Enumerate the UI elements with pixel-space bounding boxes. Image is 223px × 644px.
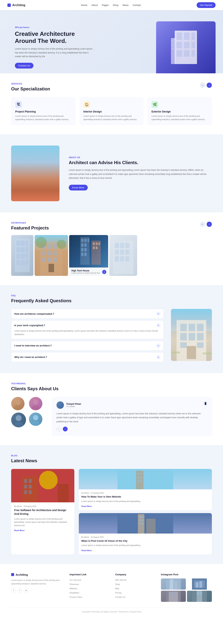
svg-rect-11 [172,40,173,42]
svg-rect-107 [137,480,139,482]
svg-rect-41 [49,264,54,272]
svg-rect-20 [25,240,28,246]
blog-side-image-0 [79,469,212,489]
spec-title: Our Specialization [11,86,50,92]
spec-icon-1: 🏠 [83,101,90,108]
svg-rect-21 [16,247,20,252]
get-started-button[interactable]: Get Started [197,2,215,8]
faq-item-3[interactable]: Why do I need an architect.? + [11,352,163,362]
project-desc-2: Lorem ipsum is simply dummy text [71,272,106,274]
footer-company-contact[interactable]: Contact Us [115,596,125,598]
spec-next-button[interactable]: → [207,82,212,88]
footer-link-disabilities[interactable]: Disabilities [70,592,79,594]
svg-rect-104 [140,473,142,475]
project-card-0 [11,235,34,276]
footer-company-map[interactable]: Map [115,588,119,590]
svg-rect-124 [199,581,202,588]
nav-about[interactable]: About [91,4,98,6]
svg-rect-35 [42,251,46,256]
spec-prev-button[interactable]: ← [200,82,205,88]
svg-rect-48 [81,244,83,247]
footer-link-showcase[interactable]: Showcase [70,583,79,585]
spec-label: Services [11,82,50,85]
blog-side-read-more-0[interactable]: Read More [81,505,92,507]
faq-toggle-2: + [156,344,160,348]
footer-company: Company Who We Are Shop Map Pricing Cont… [115,573,153,602]
svg-rect-56 [96,242,98,245]
testimonial-avatars [11,397,45,427]
footer-company-pricing[interactable]: Pricing [115,592,122,594]
footer-link-services[interactable]: Our Services [70,579,81,581]
social-facebook[interactable]: f [11,588,16,593]
svg-rect-29 [25,260,28,265]
blog-main-content: By Admin 19 August 2020 Free Software fo… [11,502,74,535]
about-content: About Us Architect can Advise His Client… [69,156,212,190]
blog-main-read-more[interactable]: Read More [14,529,25,532]
logo: Architing [8,4,25,7]
phone-icon: 📱 [203,401,207,406]
nav-home[interactable]: Home [81,4,87,6]
hero-cta-button[interactable]: Contact Us [15,63,34,68]
logo-icon [8,4,11,7]
spec-card-title-2: Exterior Design [151,110,208,113]
testimonial-prev-button[interactable]: ← [57,426,61,432]
svg-rect-40 [53,257,57,262]
testimonial-user-avatar [57,401,64,409]
avatar-1 [11,397,25,410]
nav-shop[interactable]: Shop [113,4,118,6]
instagram-post-1[interactable] [161,578,186,590]
svg-rect-95 [29,479,32,483]
svg-rect-79 [197,342,203,348]
faq-list: How are architects compensated.? + Is yo… [11,309,163,364]
footer-link-privacy[interactable]: Privacy Policy [70,596,82,598]
svg-point-87 [16,415,22,421]
testimonial-card: Tutayel Khan UI Leader 📱 Lorem ipsum is … [52,397,212,436]
instagram-post-4[interactable] [187,591,212,602]
blog-side-read-more-1[interactable]: Read More [81,549,92,552]
featured-header: Advantages Featured Projects ← → [11,222,212,230]
svg-rect-103 [137,473,139,475]
hero-image [93,21,215,73]
footer-company-who[interactable]: Who We Are [115,579,127,581]
instagram-post-3[interactable] [161,591,186,602]
footer-copyright: Copyright ©Architing all rights reserved… [11,608,212,613]
nav-pages[interactable]: Pages [102,4,109,6]
svg-rect-96 [24,485,27,488]
spec-cards: 🏗 Project Planning Lorem ipsum is simply… [11,97,212,125]
social-icons: f t in [11,588,62,593]
featured-next-button[interactable]: → [207,222,212,227]
svg-rect-59 [96,246,98,249]
blog-main-meta: By Admin 19 August 2020 [14,505,71,507]
svg-rect-97 [29,485,32,488]
blog-side-building-0 [79,469,212,489]
featured-prev-button[interactable]: ← [200,222,205,227]
instagram-post-2[interactable] [187,578,212,590]
svg-rect-78 [180,342,187,348]
svg-rect-105 [137,476,139,478]
svg-rect-81 [171,352,180,354]
testimonial-next-button[interactable]: → [63,426,68,432]
avatar-1-image [11,397,25,410]
social-twitter[interactable]: t [18,588,22,593]
svg-rect-12 [173,40,175,42]
project-building-3 [109,235,137,276]
faq-item-2[interactable]: I need to interview an architect.? + [11,341,163,350]
nav-contact[interactable]: Contact [133,4,141,6]
social-linkedin[interactable]: in [24,588,29,593]
svg-rect-55 [93,242,95,245]
spec-card-desc-1: Lorem ipsum is simply dummy text of the … [83,114,140,121]
footer-company-shop[interactable]: Shop [115,583,120,585]
svg-rect-3 [191,32,195,40]
nav-news[interactable]: News [122,4,129,6]
svg-rect-115 [139,522,141,524]
blog-side-image-1 [79,513,212,534]
footer-link-affiliates[interactable]: Affiliates [70,588,77,590]
svg-rect-94 [24,479,27,483]
faq-item-0[interactable]: How are architects compensated.? + [11,309,163,318]
know-more-button[interactable]: Know More [69,185,88,190]
svg-rect-110 [138,514,144,534]
faq-item-1[interactable]: Is your work copyrighted.? + Lorem ipsum… [11,320,163,339]
svg-rect-27 [16,260,20,265]
svg-rect-109 [117,513,173,534]
svg-rect-63 [125,243,129,248]
